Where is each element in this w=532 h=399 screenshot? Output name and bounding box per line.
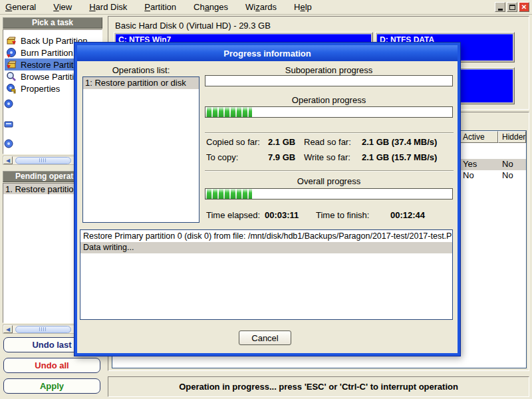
menu-changes[interactable]: Changes: [194, 2, 228, 12]
scrollbar-thumb[interactable]: [15, 157, 71, 164]
scroll-left-button[interactable]: ◀: [3, 325, 13, 333]
close-icon: ✕: [521, 3, 527, 11]
dialog-body: Operations list: Suboperation progress 1…: [77, 61, 458, 353]
close-button[interactable]: ✕: [519, 2, 529, 12]
disk-icon: [4, 119, 14, 129]
read-so-far-value: 2.1 GB (37.4 MB/s): [362, 137, 437, 147]
overall-progress-fill: [205, 189, 252, 199]
dialog-title-bar[interactable]: Progress information: [77, 45, 458, 61]
scrollbar-grip: [39, 158, 47, 162]
divider: [205, 132, 454, 134]
operations-list: 1: Restore partition or disk: [82, 76, 200, 223]
time-to-finish-value: 00:12:44: [390, 210, 425, 220]
divider: [205, 170, 454, 172]
table-header-active[interactable]: Active: [459, 131, 498, 143]
progress-dialog: Progress information Operations list: Su…: [74, 43, 460, 356]
log-line: Restore Primary partition 0 (disk 0) fro…: [80, 231, 452, 242]
status-text: Operation in progress... press 'ESC' or …: [179, 382, 458, 392]
suboperation-progress-bar: [205, 75, 453, 86]
properties-icon: [6, 83, 17, 94]
overall-progress-label: Overall progress: [205, 176, 453, 186]
operations-list-label: Operations list:: [82, 65, 200, 75]
status-bar: Operation in progress... press 'ESC' or …: [108, 376, 529, 397]
operation-item[interactable]: 1: Restore partition or disk: [83, 77, 199, 89]
menu-help[interactable]: Help: [294, 2, 312, 12]
burn-partition-icon: [6, 47, 17, 58]
apply-button[interactable]: Apply: [3, 378, 100, 394]
operation-progress-bar: [205, 106, 453, 118]
disk-icon: [4, 99, 14, 109]
read-so-far-label: Read so far:: [304, 137, 351, 147]
minimize-button[interactable]: [495, 2, 505, 12]
overall-progress-bar: [205, 188, 453, 200]
scroll-left-button[interactable]: ◀: [3, 156, 13, 164]
minimize-icon: [498, 9, 503, 11]
menu-view[interactable]: View: [53, 2, 72, 12]
copied-so-far-value: 2.1 GB: [268, 137, 295, 147]
time-elapsed-label: Time elapsed:: [206, 210, 260, 220]
scrollbar-grip: [39, 327, 47, 331]
table-header-hidden[interactable]: Hidden: [498, 131, 526, 143]
disk-icon: [4, 139, 14, 149]
undo-all-button[interactable]: Undo all: [3, 358, 100, 373]
maximize-icon: [509, 5, 515, 10]
suboperation-progress-label: Suboperation progress: [205, 65, 453, 75]
operation-log: Restore Primary partition 0 (disk 0) fro…: [80, 229, 453, 320]
log-line-current: Data writing...: [80, 242, 452, 253]
menu-general[interactable]: General: [5, 2, 36, 12]
maximize-button[interactable]: [507, 2, 517, 12]
scrollbar-thumb[interactable]: [15, 326, 71, 333]
to-copy-value: 7.9 GB: [268, 152, 295, 162]
operation-progress-fill: [205, 107, 252, 117]
time-to-finish-label: Time to finish:: [316, 210, 369, 220]
menu-wizards[interactable]: Wizards: [245, 2, 277, 12]
application-window: General View Hard Disk Partition Changes…: [0, 0, 532, 399]
operation-progress-label: Operation progress: [205, 95, 453, 105]
browse-partition-icon: [6, 71, 17, 82]
restore-partition-icon: [6, 59, 17, 70]
scroll-left-icon: ◀: [6, 158, 10, 164]
backup-partition-icon: [6, 35, 17, 46]
scroll-left-icon: ◀: [6, 327, 10, 332]
menu-bar: General View Hard Disk Partition Changes…: [0, 0, 532, 15]
window-controls: ✕: [495, 2, 529, 12]
menu-hard-disk[interactable]: Hard Disk: [89, 2, 127, 12]
time-elapsed-value: 00:03:11: [265, 210, 299, 220]
write-so-far-label: Write so far:: [304, 152, 350, 162]
menu-partition[interactable]: Partition: [144, 2, 176, 12]
copied-so-far-label: Copied so far:: [206, 137, 260, 147]
pick-a-task-header: Pick a task: [3, 17, 102, 29]
write-so-far-value: 2.1 GB (15.7 MB/s): [362, 152, 437, 162]
to-copy-label: To copy:: [206, 152, 238, 162]
dialog-title: Progress information: [223, 49, 311, 59]
cancel-button[interactable]: Cancel: [239, 331, 291, 345]
disk0-label: Basic Hard Disk 0 (Virtual HD) - 29.3 GB: [115, 21, 271, 31]
